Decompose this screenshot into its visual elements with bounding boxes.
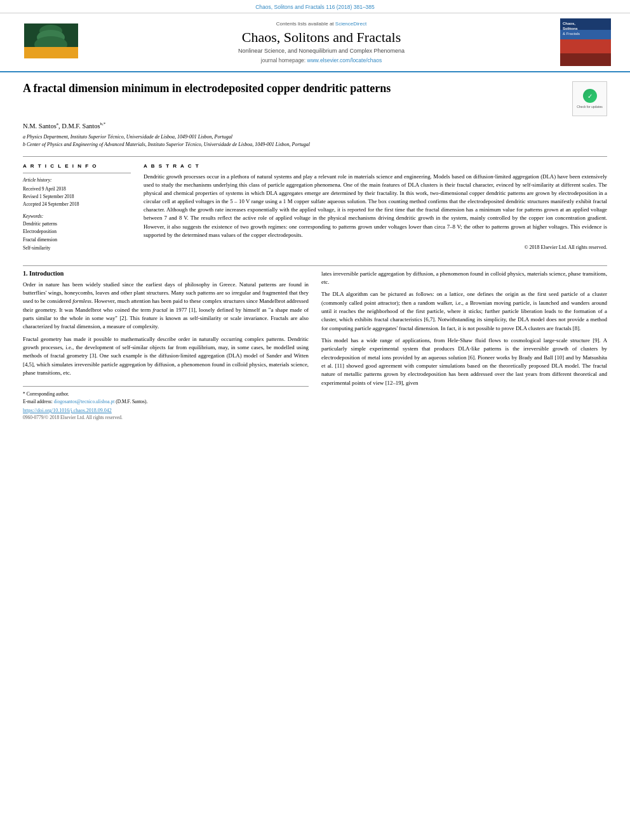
keyword-1: Dendritic patterns xyxy=(23,220,131,229)
accepted-date: Accepted 24 September 2018 xyxy=(23,201,131,208)
elsevier-logo-image: ELSEVIER xyxy=(24,23,78,58)
affiliation-a: a Physics Department, Instituto Superior… xyxy=(23,133,607,141)
left-column: 1. Introduction Order in nature has been… xyxy=(23,270,309,420)
elsevier-logo: ELSEVIER xyxy=(19,23,83,61)
right-para1: lates irreversible particle aggregation … xyxy=(321,270,607,287)
svg-rect-11 xyxy=(560,53,611,66)
footnote-area: * Corresponding author. E-mail address: … xyxy=(23,386,309,420)
email-label: E-mail address: xyxy=(23,399,54,404)
article-info-panel: A R T I C L E I N F O Article history: R… xyxy=(23,163,131,253)
footnote-email: E-mail address: diogosantos@tecnico.ulis… xyxy=(23,398,309,405)
email-link[interactable]: diogosantos@tecnico.ulisboa.pt xyxy=(54,399,115,404)
check-for-updates-badge: ✓ Check for updates xyxy=(572,81,607,116)
doi-link[interactable]: https://doi.org/10.1016/j.chaos.2018.09.… xyxy=(23,408,309,413)
contents-line: Contents lists available at ScienceDirec… xyxy=(83,21,560,27)
elsevier-tree-icon: ELSEVIER xyxy=(24,23,78,58)
top-bar: Chaos, Solitons and Fractals 116 (2018) … xyxy=(0,0,630,13)
svg-text:ELSEVIER: ELSEVIER xyxy=(36,50,65,57)
section-divider xyxy=(23,265,607,266)
homepage-label: journal homepage: xyxy=(261,57,305,63)
top-bar-text: Chaos, Solitons and Fractals 116 (2018) … xyxy=(255,4,375,10)
revised-date: Revised 1 September 2018 xyxy=(23,193,131,201)
sciencedirect-link[interactable]: ScienceDirect xyxy=(335,21,366,27)
received-date: Received 9 April 2018 xyxy=(23,185,131,193)
contents-label: Contents lists available at xyxy=(276,21,334,27)
abstract-text: Dendritic growth processes occur in a pl… xyxy=(144,173,607,240)
affiliation-b: b Center of Physics and Engineering of A… xyxy=(23,141,607,149)
keywords-label: Keywords: xyxy=(23,213,131,219)
corresponding-author-note: * Corresponding author. xyxy=(23,391,69,397)
section1-heading: 1. Introduction xyxy=(23,270,309,277)
right-para2: The DLA algorithm can be pictured as fol… xyxy=(321,290,607,333)
email-name: (D.M.F. Santos). xyxy=(114,399,147,404)
history-label: Article history: xyxy=(23,177,131,183)
cover-art: Chaos, Solitons & Fractals xyxy=(560,18,611,66)
svg-text:& Fractals: & Fractals xyxy=(563,32,580,36)
keyword-2: Electrodeposition xyxy=(23,228,131,236)
affiliations: a Physics Department, Instituto Superior… xyxy=(23,133,607,149)
authors-line: N.M. Santosa, D.M.F. Santosb,* xyxy=(23,121,607,130)
svg-text:Solitons: Solitons xyxy=(563,27,578,30)
keyword-3: Fractal dimension xyxy=(23,236,131,244)
author2-name: , D.M.F. Santos xyxy=(58,123,100,130)
check-circle-icon: ✓ xyxy=(583,89,597,103)
journal-title-center: Contents lists available at ScienceDirec… xyxy=(83,21,560,63)
footnote-star: * Corresponding author. xyxy=(23,390,309,397)
issn-line: 0960-0779/© 2018 Elsevier Ltd. All right… xyxy=(23,415,309,420)
journal-cover-image: Chaos,Solitons& Fractals Chaos, Solitons… xyxy=(560,18,611,66)
article-info-divider xyxy=(23,173,131,173)
copyright-line: © 2018 Elsevier Ltd. All rights reserved… xyxy=(144,244,607,250)
svg-point-3 xyxy=(34,36,67,53)
author2-sup: b,* xyxy=(100,121,106,126)
journal-header: ELSEVIER Contents lists available at Sci… xyxy=(0,13,630,72)
journal-subtitle: Nonlinear Science, and Nonequilibrium an… xyxy=(83,48,560,54)
svg-text:Chaos,: Chaos, xyxy=(563,22,575,25)
right-column: lates irreversible particle aggregation … xyxy=(321,270,607,420)
abstract-body: Dendritic growth processes occur in a pl… xyxy=(144,173,607,238)
journal-main-title: Chaos, Solitons and Fractals xyxy=(83,29,560,46)
paper-title: A fractal dimension minimum in electrode… xyxy=(23,81,572,96)
abstract-section: A B S T R A C T Dendritic growth process… xyxy=(144,163,607,253)
article-info-abstract-section: A R T I C L E I N F O Article history: R… xyxy=(23,156,607,253)
section1-para2: Fractal geometry has made it possible to… xyxy=(23,335,309,378)
doi-anchor[interactable]: https://doi.org/10.1016/j.chaos.2018.09.… xyxy=(23,408,112,413)
svg-rect-4 xyxy=(48,50,53,55)
article-info-title: A R T I C L E I N F O xyxy=(23,163,131,169)
main-content: 1. Introduction Order in nature has been… xyxy=(0,270,630,420)
abstract-title: A B S T R A C T xyxy=(144,163,607,169)
section1-para1: Order in nature has been widely studied … xyxy=(23,281,309,331)
paper-area: A fractal dimension minimum in electrode… xyxy=(0,72,630,262)
check-updates-label: Check for updates xyxy=(577,105,603,109)
keyword-4: Self-similarity xyxy=(23,244,131,253)
journal-homepage: journal homepage: www.elsevier.com/locat… xyxy=(83,57,560,63)
svg-rect-5 xyxy=(24,47,78,58)
author1-name: N.M. Santos xyxy=(23,123,57,130)
right-para3: This model has a wide range of applicati… xyxy=(321,337,607,387)
homepage-link[interactable]: www.elsevier.com/locate/chaos xyxy=(307,57,382,63)
paper-top-row: A fractal dimension minimum in electrode… xyxy=(23,81,607,116)
svg-rect-10 xyxy=(560,39,611,53)
